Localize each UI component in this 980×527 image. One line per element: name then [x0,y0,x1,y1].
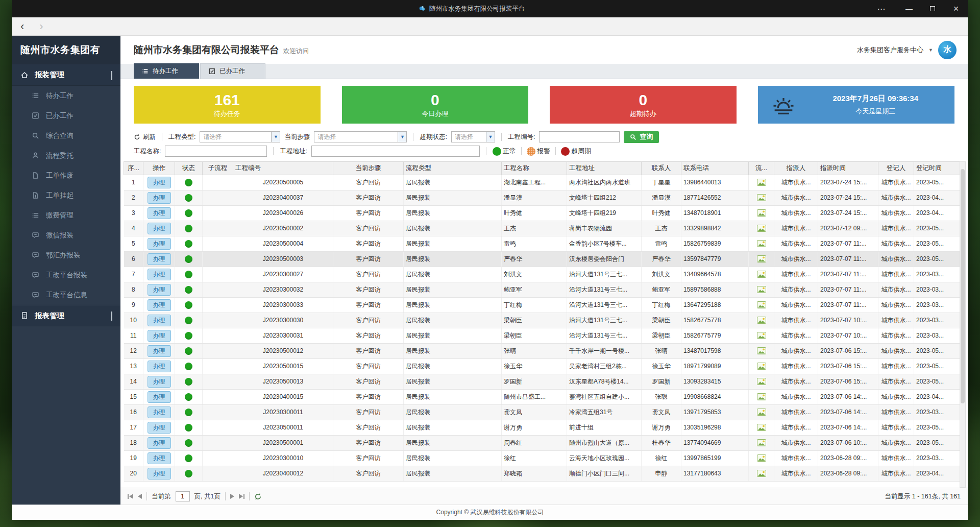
assignee-cell: 城市供水... [774,282,818,297]
reload-table-icon[interactable] [254,493,262,500]
flow-type-cell: 居民报装 [404,251,502,267]
maximize-button[interactable] [921,0,944,17]
refresh-button[interactable]: 刷新 [134,133,156,141]
flow-icon-cell [749,236,774,251]
flow-diagram-icon[interactable] [757,332,766,339]
handle-button[interactable]: 办理 [148,422,171,434]
handle-button[interactable]: 办理 [148,345,171,357]
flow-diagram-icon[interactable] [757,240,766,247]
flow-diagram-icon[interactable] [757,317,766,324]
todo-count-card[interactable]: 161 待办任务 [134,86,321,124]
sidebar-item[interactable]: 流程委托 [12,146,120,165]
project-name-input[interactable] [165,146,267,157]
handle-button[interactable]: 办理 [148,315,171,326]
flow-diagram-icon[interactable] [757,393,766,400]
handle-button[interactable]: 办理 [148,192,171,204]
page-number-input[interactable] [176,491,190,501]
sidebar-item[interactable]: 待办工作 [12,86,120,106]
flow-diagram-icon[interactable] [757,347,766,354]
row-seq: 16 [124,404,143,420]
overdue-status-select[interactable]: 请选择 ▼ [451,131,495,142]
assign-time-cell: 2023-07-06 15:... [818,343,878,358]
back-button[interactable]: ‹ [20,21,24,32]
flow-diagram-icon[interactable] [757,286,766,293]
flow-diagram-icon[interactable] [757,209,766,217]
handle-button[interactable]: 办理 [148,299,171,311]
first-page-button[interactable] [128,494,133,499]
minimize-button[interactable]: — [897,0,921,17]
column-header: 指派时间 [818,162,878,175]
more-button[interactable]: ⋯ [870,0,893,17]
current-step-cell: 客户回访 [333,313,404,328]
sidebar-item[interactable]: 工改平台报装 [12,265,120,285]
sidebar-item[interactable]: 微信报装 [12,225,120,245]
scrollbar-thumb[interactable] [961,169,965,403]
forward-button[interactable]: › [39,21,43,32]
handle-button[interactable]: 办理 [148,376,171,388]
table-row: 7办理J20230300027客户回访居民报装刘洪文沿河大道131号三七...刘… [124,267,960,282]
phone-cell: 13487018901 [681,205,749,221]
user-menu[interactable]: 水务集团客户服务中心 ▼ 水 [857,41,957,59]
sidebar-section-baobiao[interactable]: 报表管理 [12,305,120,326]
row-seq: 3 [124,205,143,221]
vertical-scrollbar[interactable] [960,161,966,488]
handle-button[interactable]: 办理 [148,391,171,403]
flow-diagram-icon[interactable] [757,194,766,201]
handle-button[interactable]: 办理 [148,223,171,234]
flow-diagram-icon[interactable] [757,255,766,262]
handle-button[interactable]: 办理 [148,253,171,265]
row-seq: 4 [124,221,143,236]
handle-button[interactable]: 办理 [148,452,171,464]
flow-diagram-icon[interactable] [757,439,766,446]
flow-diagram-icon[interactable] [757,409,766,416]
registrar-cell: 城市供水... [878,267,914,282]
sidebar-item[interactable]: 工改平台信息 [12,285,120,305]
last-page-button[interactable] [239,494,244,499]
tab-todo-work[interactable]: 待办工作 [134,63,199,79]
handle-button[interactable]: 办理 [148,330,171,342]
overdue-count-card[interactable]: 0 超期待办 [550,86,737,124]
handle-button[interactable]: 办理 [148,238,171,250]
flow-diagram-icon[interactable] [757,454,766,462]
handle-button[interactable]: 办理 [148,207,171,219]
avatar[interactable]: 水 [938,41,957,59]
sidebar-item[interactable]: 工单作废 [12,165,120,185]
handle-button[interactable]: 办理 [148,361,171,372]
handle-button[interactable]: 办理 [148,269,171,280]
search-button[interactable]: 查询 [624,131,659,143]
project-addr-input[interactable] [311,146,480,157]
tab-done-work[interactable]: 已办工作 [200,63,265,79]
phone-cell: 13177180643 [681,466,749,481]
prev-page-button[interactable] [138,494,142,499]
flow-diagram-icon[interactable] [757,271,766,278]
flow-diagram-icon[interactable] [757,301,766,308]
today-count-card[interactable]: 0 今日办理 [342,86,529,124]
sidebar-item[interactable]: 缴费管理 [12,205,120,225]
close-button[interactable]: × [944,0,968,17]
handle-button[interactable]: 办理 [148,406,171,418]
project-type-select[interactable]: 请选择 ▼ [200,131,280,142]
sidebar-item[interactable]: 工单挂起 [12,185,120,205]
legend-label: 报警 [537,147,550,156]
handle-button[interactable]: 办理 [148,284,171,296]
handle-button[interactable]: 办理 [148,468,171,480]
flow-diagram-icon[interactable] [757,424,766,431]
next-page-button[interactable] [230,494,234,499]
flow-diagram-icon[interactable] [757,363,766,370]
flow-diagram-icon[interactable] [757,225,766,232]
flow-diagram-icon[interactable] [757,179,766,186]
status-cell [175,450,203,466]
user-center-label: 水务集团客户服务中心 [857,45,923,55]
project-no-input[interactable] [539,131,620,142]
search-icon [630,134,636,140]
handle-button[interactable]: 办理 [148,437,171,449]
sidebar-item[interactable]: 已办工作 [12,106,120,126]
handle-button[interactable]: 办理 [148,177,171,188]
flow-diagram-icon[interactable] [757,378,766,385]
sidebar-section-baozhuang[interactable]: 报装管理 [12,64,120,86]
registrar-cell: 城市供水... [878,297,914,313]
current-step-select[interactable]: 请选择 ▼ [314,131,407,142]
sidebar-item[interactable]: 鄂汇办报装 [12,245,120,265]
flow-diagram-icon[interactable] [757,470,766,477]
sidebar-item[interactable]: 综合查询 [12,126,120,146]
